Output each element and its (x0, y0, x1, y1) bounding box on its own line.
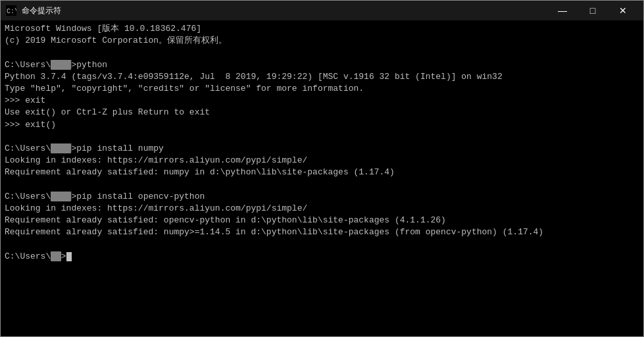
cmd-icon: C:\ (6, 5, 16, 16)
window-controls: — □ ✕ (547, 1, 638, 20)
terminal-line: Looking in indexes: https://mirrors.aliy… (5, 155, 639, 167)
redacted-username: ████ (51, 143, 71, 153)
terminal-line: Python 3.7.4 (tags/v3.7.4:e09359112e, Ju… (5, 71, 639, 83)
terminal-line: Requirement already satisfied: numpy in … (5, 167, 639, 178)
terminal-line: Microsoft Windows [版本 10.0.18362.476] (5, 23, 639, 35)
terminal-line: (c) 2019 Microsoft Corporation。保留所有权利。 (5, 35, 639, 47)
svg-text:C:\: C:\ (7, 8, 16, 15)
terminal-line: Use exit() or Ctrl-Z plus Return to exit (5, 107, 639, 118)
terminal-line (5, 238, 639, 250)
terminal-line: >>> exit() (5, 119, 639, 131)
terminal-line: >>> exit (5, 95, 639, 107)
title-bar-left: C:\ 命令提示符 (6, 5, 61, 16)
terminal-line (5, 47, 639, 59)
terminal-cursor (66, 252, 72, 261)
terminal-line (5, 131, 639, 143)
redacted-username: ████ (51, 192, 71, 201)
terminal-line (5, 178, 639, 190)
terminal-body[interactable]: Microsoft Windows [版本 10.0.18362.476] (c… (1, 20, 643, 336)
terminal-line: C:\Users\████>pip install numpy (5, 143, 639, 155)
close-button[interactable]: ✕ (608, 1, 638, 20)
terminal-line: Requirement already satisfied: numpy>=1.… (5, 226, 639, 238)
terminal-line: Looking in indexes: https://mirrors.aliy… (5, 203, 639, 215)
redacted-username: ██ (51, 251, 61, 261)
terminal-line: C:\Users\████>python (5, 59, 639, 71)
terminal-line: C:\Users\██> (5, 251, 639, 263)
window-title: 命令提示符 (22, 5, 61, 16)
redacted-username: ████ (51, 60, 71, 70)
minimize-button[interactable]: — (547, 1, 578, 20)
title-bar: C:\ 命令提示符 — □ ✕ (1, 1, 643, 20)
terminal-line: Requirement already satisfied: opencv-py… (5, 215, 639, 226)
terminal-line: Type "help", "copyright", "credits" or "… (5, 83, 639, 95)
maximize-button[interactable]: □ (578, 1, 608, 20)
cmd-window: C:\ 命令提示符 — □ ✕ Microsoft Windows [版本 10… (0, 0, 644, 337)
terminal-line: C:\Users\████>pip install opencv-python (5, 191, 639, 203)
